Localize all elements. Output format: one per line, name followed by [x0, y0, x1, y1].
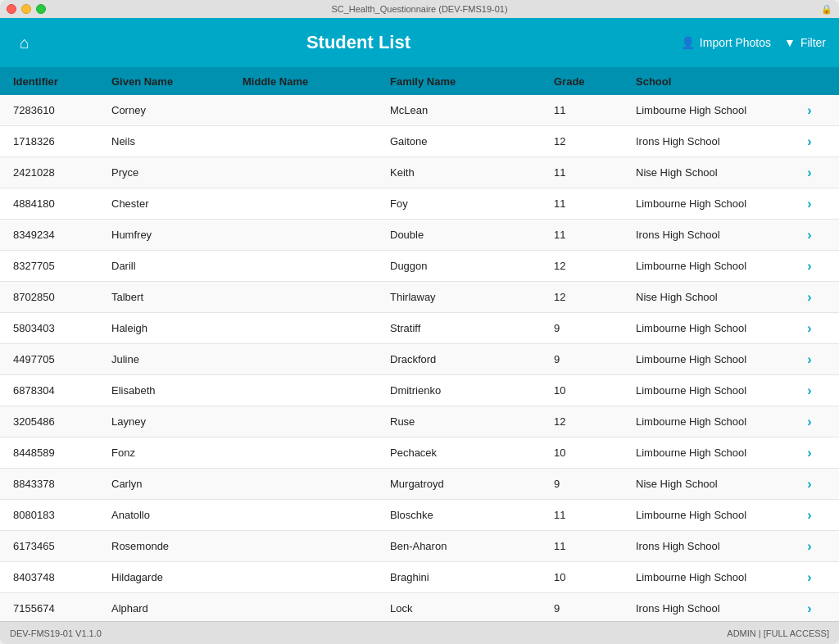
- home-icon: ⌂: [20, 34, 29, 52]
- filter-icon: ▼: [784, 36, 796, 49]
- school-cell: Limbourne High School: [636, 197, 793, 210]
- identifier-cell: 5803403: [13, 322, 111, 334]
- given-name-cell: Corney: [111, 104, 243, 116]
- col-given-name: Given Name: [111, 75, 243, 88]
- import-photos-button[interactable]: 👤 Import Photos: [681, 36, 771, 49]
- given-name-cell: Alphard: [111, 602, 243, 615]
- table-row[interactable]: 3205486LayneyRuse12Limbourne High School…: [0, 406, 839, 438]
- given-name-cell: Juline: [111, 353, 243, 365]
- grade-cell: 10: [554, 571, 636, 583]
- table-row[interactable]: 8702850TalbertThirlaway12Nise High Schoo…: [0, 282, 839, 313]
- grade-cell: 11: [554, 509, 636, 521]
- minimize-button[interactable]: [21, 4, 31, 14]
- row-chevron-icon[interactable]: ›: [793, 259, 826, 274]
- row-chevron-icon[interactable]: ›: [793, 539, 826, 554]
- table-row[interactable]: 5803403HaleighStratiff9Limbourne High Sc…: [0, 313, 839, 344]
- row-chevron-icon[interactable]: ›: [793, 103, 826, 118]
- school-cell: Nise High School: [636, 291, 793, 303]
- table-row[interactable]: 8080183AnatolloBloschke11Limbourne High …: [0, 500, 839, 531]
- row-chevron-icon[interactable]: ›: [793, 601, 826, 616]
- school-cell: Limbourne High School: [636, 104, 793, 116]
- family-name-cell: Pechacek: [390, 447, 554, 459]
- student-list: 7283610CorneyMcLean11Limbourne High Scho…: [0, 95, 839, 621]
- table-row[interactable]: 6173465RosemondeBen-Aharon11Irons High S…: [0, 531, 839, 562]
- filter-button[interactable]: ▼ Filter: [784, 36, 826, 49]
- school-cell: Nise High School: [636, 166, 793, 179]
- identifier-cell: 1718326: [13, 135, 111, 147]
- family-name-cell: Ruse: [390, 415, 554, 428]
- table-row[interactable]: 8843378CarlynMurgatroyd9Nise High School…: [0, 469, 839, 500]
- family-name-cell: Murgatroyd: [390, 478, 554, 490]
- row-chevron-icon[interactable]: ›: [793, 415, 826, 429]
- identifier-cell: 8403748: [13, 571, 111, 583]
- row-chevron-icon[interactable]: ›: [793, 321, 826, 336]
- table-row[interactable]: 6878304ElisabethDmitrienko10Limbourne Hi…: [0, 375, 839, 406]
- given-name-cell: Carlyn: [111, 478, 243, 490]
- row-chevron-icon[interactable]: ›: [793, 134, 826, 149]
- col-middle-name: Middle Name: [243, 75, 390, 88]
- table-row[interactable]: 7155674AlphardLock9Irons High School›: [0, 593, 839, 621]
- family-name-cell: Stratiff: [390, 322, 554, 334]
- table-row[interactable]: 4497705JulineDrackford9Limbourne High Sc…: [0, 344, 839, 375]
- table-row[interactable]: 1718326NeilsGaitone12Irons High School›: [0, 126, 839, 157]
- window-title: SC_Health_Questionnaire (DEV-FMS19-01): [331, 4, 507, 14]
- family-name-cell: Foy: [390, 197, 554, 210]
- identifier-cell: 4497705: [13, 353, 111, 365]
- grade-cell: 10: [554, 384, 636, 397]
- row-chevron-icon[interactable]: ›: [793, 570, 826, 585]
- given-name-cell: Hildagarde: [111, 571, 243, 583]
- family-name-cell: McLean: [390, 104, 554, 116]
- school-cell: Limbourne High School: [636, 509, 793, 521]
- school-cell: Irons High School: [636, 602, 793, 615]
- row-chevron-icon[interactable]: ›: [793, 166, 826, 180]
- table-row[interactable]: 2421028PryceKeith11Nise High School›: [0, 157, 839, 188]
- given-name-cell: Anatollo: [111, 509, 243, 521]
- identifier-cell: 8080183: [13, 509, 111, 521]
- row-chevron-icon[interactable]: ›: [793, 477, 826, 492]
- school-cell: Limbourne High School: [636, 415, 793, 428]
- row-chevron-icon[interactable]: ›: [793, 197, 826, 211]
- family-name-cell: Keith: [390, 166, 554, 179]
- school-cell: Limbourne High School: [636, 384, 793, 397]
- grade-cell: 11: [554, 166, 636, 179]
- maximize-button[interactable]: [36, 4, 46, 14]
- row-chevron-icon[interactable]: ›: [793, 446, 826, 460]
- table-row[interactable]: 8349234HumfreyDouble11Irons High School›: [0, 220, 839, 251]
- given-name-cell: Humfrey: [111, 229, 243, 241]
- traffic-lights: [7, 4, 46, 14]
- row-chevron-icon[interactable]: ›: [793, 508, 826, 523]
- home-button[interactable]: ⌂: [13, 30, 36, 56]
- table-row[interactable]: 8327705DarillDuggon12Limbourne High Scho…: [0, 251, 839, 282]
- grade-cell: 12: [554, 260, 636, 272]
- identifier-cell: 8327705: [13, 260, 111, 272]
- given-name-cell: Haleigh: [111, 322, 243, 334]
- table-row[interactable]: 7283610CorneyMcLean11Limbourne High Scho…: [0, 95, 839, 126]
- row-chevron-icon[interactable]: ›: [793, 228, 826, 243]
- school-cell: Irons High School: [636, 229, 793, 241]
- grade-cell: 9: [554, 602, 636, 615]
- school-cell: Limbourne High School: [636, 353, 793, 365]
- table-row[interactable]: 4884180ChesterFoy11Limbourne High School…: [0, 188, 839, 220]
- grade-cell: 12: [554, 135, 636, 147]
- table-row[interactable]: 8448589FonzPechacek10Limbourne High Scho…: [0, 438, 839, 469]
- identifier-cell: 7155674: [13, 602, 111, 615]
- close-button[interactable]: [7, 4, 16, 14]
- col-school: School: [636, 75, 793, 88]
- given-name-cell: Layney: [111, 415, 243, 428]
- given-name-cell: Chester: [111, 197, 243, 210]
- identifier-cell: 3205486: [13, 415, 111, 428]
- family-name-cell: Braghini: [390, 571, 554, 583]
- access-label: ADMIN | [FULL ACCESS]: [727, 628, 829, 638]
- table-row[interactable]: 8403748HildagardeBraghini10Limbourne Hig…: [0, 562, 839, 593]
- family-name-cell: Gaitone: [390, 135, 554, 147]
- family-name-cell: Bloschke: [390, 509, 554, 521]
- given-name-cell: Fonz: [111, 447, 243, 459]
- grade-cell: 12: [554, 415, 636, 428]
- col-family-name: Family Name: [390, 75, 554, 88]
- row-chevron-icon[interactable]: ›: [793, 290, 826, 305]
- identifier-cell: 8843378: [13, 478, 111, 490]
- identifier-cell: 8448589: [13, 447, 111, 459]
- row-chevron-icon[interactable]: ›: [793, 383, 826, 398]
- grade-cell: 9: [554, 353, 636, 365]
- row-chevron-icon[interactable]: ›: [793, 352, 826, 367]
